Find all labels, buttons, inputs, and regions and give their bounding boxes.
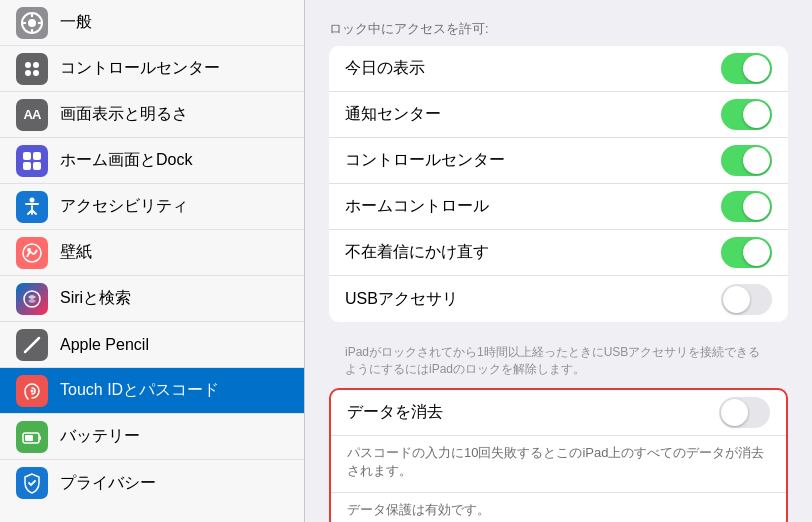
usb-description: iPadがロックされてから1時間以上経ったときにUSBアクセサリを接続できるよう… — [329, 338, 788, 388]
sidebar-item-control-center[interactable]: コントロールセンター — [0, 46, 304, 92]
today-label: 今日の表示 — [345, 58, 425, 79]
svg-point-14 — [30, 197, 35, 202]
today-toggle[interactable] — [721, 53, 772, 84]
privacy-icon — [16, 467, 48, 499]
control-center-toggle[interactable] — [721, 145, 772, 176]
svg-rect-13 — [33, 162, 41, 170]
notification-center-toggle[interactable] — [721, 99, 772, 130]
lock-access-group: 今日の表示通知センターコントロールセンターホームコントロール不在着信にかけ直すU… — [329, 46, 788, 322]
missed-calls-toggle-thumb — [743, 239, 770, 266]
general-label: 一般 — [60, 12, 92, 33]
today-toggle-thumb — [743, 55, 770, 82]
sidebar-item-accessibility[interactable]: アクセシビリティ — [0, 184, 304, 230]
sidebar-item-display[interactable]: AA画面表示と明るさ — [0, 92, 304, 138]
settings-row-notification-center: 通知センター — [329, 92, 788, 138]
sidebar-item-touch-id[interactable]: Touch IDとパスコード — [0, 368, 304, 414]
svg-rect-11 — [33, 152, 41, 160]
home-control-toggle-thumb — [743, 193, 770, 220]
main-content: ロック中にアクセスを許可: 今日の表示通知センターコントロールセンターホームコン… — [305, 0, 812, 522]
home-control-toggle[interactable] — [721, 191, 772, 222]
settings-row-usb-accessory: USBアクセサリ — [329, 276, 788, 322]
svg-point-1 — [28, 19, 36, 27]
erase-row: データを消去 — [331, 390, 786, 436]
accessibility-icon — [16, 191, 48, 223]
section-header: ロック中にアクセスを許可: — [329, 20, 788, 38]
control-center-label: コントロールセンター — [60, 58, 220, 79]
wallpaper-label: 壁紙 — [60, 242, 92, 263]
svg-point-9 — [33, 70, 39, 76]
battery-icon — [16, 421, 48, 453]
sidebar-item-home-dock[interactable]: ホーム画面とDock — [0, 138, 304, 184]
missed-calls-label: 不在着信にかけ直す — [345, 242, 489, 263]
accessibility-label: アクセシビリティ — [60, 196, 188, 217]
control-center-icon — [16, 53, 48, 85]
svg-point-7 — [33, 62, 39, 68]
control-center-label: コントロールセンター — [345, 150, 505, 171]
notification-center-toggle-thumb — [743, 101, 770, 128]
usb-accessory-toggle[interactable] — [721, 284, 772, 315]
missed-calls-toggle[interactable] — [721, 237, 772, 268]
general-icon — [16, 7, 48, 39]
sidebar-item-wallpaper[interactable]: 壁紙 — [0, 230, 304, 276]
siri-label: Siriと検索 — [60, 288, 131, 309]
home-dock-label: ホーム画面とDock — [60, 150, 192, 171]
sidebar-item-siri[interactable]: Siriと検索 — [0, 276, 304, 322]
display-icon: AA — [16, 99, 48, 131]
erase-section: データを消去 パスコードの入力に10回失敗するとこのiPad上のすべてのデータが… — [329, 388, 788, 522]
apple-pencil-label: Apple Pencil — [60, 336, 149, 354]
settings-row-home-control: ホームコントロール — [329, 184, 788, 230]
privacy-label: プライバシー — [60, 473, 156, 494]
erase-footer: データ保護は有効です。 — [331, 493, 786, 522]
erase-toggle-thumb — [721, 399, 748, 426]
svg-rect-10 — [23, 152, 31, 160]
home-dock-icon — [16, 145, 48, 177]
usb-accessory-label: USBアクセサリ — [345, 289, 458, 310]
apple-pencil-icon — [16, 329, 48, 361]
svg-rect-12 — [23, 162, 31, 170]
battery-label: バッテリー — [60, 426, 140, 447]
home-control-label: ホームコントロール — [345, 196, 489, 217]
settings-row-missed-calls: 不在着信にかけ直す — [329, 230, 788, 276]
sidebar-item-general[interactable]: 一般 — [0, 0, 304, 46]
sidebar-item-apple-pencil[interactable]: Apple Pencil — [0, 322, 304, 368]
display-label: 画面表示と明るさ — [60, 104, 188, 125]
svg-rect-23 — [25, 435, 33, 441]
svg-line-18 — [25, 338, 39, 352]
svg-rect-22 — [39, 436, 41, 440]
settings-row-control-center: コントロールセンター — [329, 138, 788, 184]
wallpaper-icon — [16, 237, 48, 269]
control-center-toggle-thumb — [743, 147, 770, 174]
settings-row-today: 今日の表示 — [329, 46, 788, 92]
erase-toggle[interactable] — [719, 397, 770, 428]
usb-accessory-toggle-thumb — [723, 286, 750, 313]
touch-id-label: Touch IDとパスコード — [60, 380, 219, 401]
erase-label: データを消去 — [347, 402, 443, 423]
sidebar-item-privacy[interactable]: プライバシー — [0, 460, 304, 506]
notification-center-label: 通知センター — [345, 104, 441, 125]
svg-point-20 — [31, 389, 34, 392]
svg-point-16 — [27, 248, 31, 252]
sidebar: 一般 コントロールセンターAA画面表示と明るさ ホーム画面とDock アクセシビ… — [0, 0, 305, 522]
touch-id-icon — [16, 375, 48, 407]
svg-point-6 — [25, 62, 31, 68]
svg-point-8 — [25, 70, 31, 76]
sidebar-item-battery[interactable]: バッテリー — [0, 414, 304, 460]
siri-icon — [16, 283, 48, 315]
erase-description: パスコードの入力に10回失敗するとこのiPad上のすべてのデータが消去されます。 — [331, 436, 786, 493]
